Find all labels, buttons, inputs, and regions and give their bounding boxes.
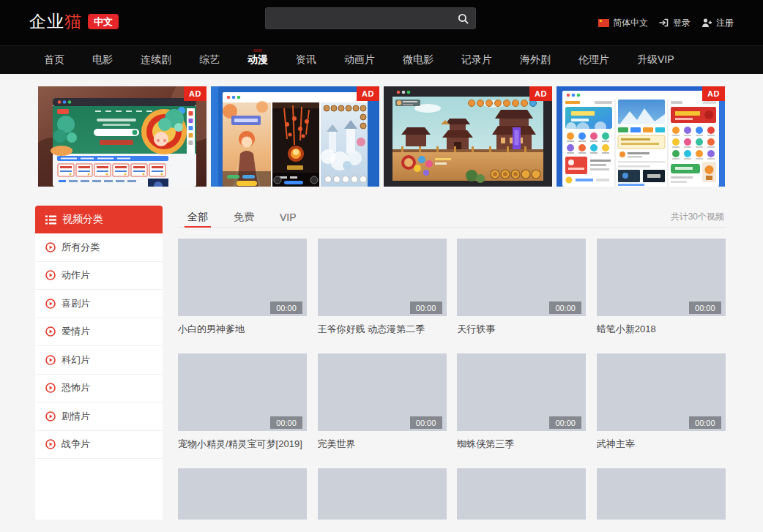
login-label: 登录 <box>673 17 691 29</box>
login-link[interactable]: 登录 <box>659 17 691 29</box>
top-header: 企业猫 中文 简体中文 登录 <box>0 0 763 45</box>
video-title[interactable]: 武神主宰 <box>597 438 726 451</box>
video-title[interactable]: 蜘蛛侠第三季 <box>457 438 586 451</box>
play-circle-icon <box>45 299 56 309</box>
video-list-section: 全部 免费 VIP 共计30个视频 00:00 小白的男神爹地 00:00 王爷… <box>178 207 726 520</box>
nav-item-variety[interactable]: 综艺 <box>199 46 220 74</box>
duration-badge: 00:00 <box>689 301 721 314</box>
video-thumbnail: 00:00 <box>178 353 307 431</box>
video-card[interactable]: 00:00 完美世界 <box>318 353 447 468</box>
sidebar-item-comedy[interactable]: 喜剧片 <box>35 290 163 318</box>
video-thumbnail <box>597 468 726 520</box>
user-links: 简体中文 登录 注册 <box>598 0 734 45</box>
video-thumbnail: 00:00 <box>318 239 447 316</box>
video-card[interactable]: 00:00 武神主宰 <box>597 353 726 468</box>
video-title[interactable]: 王爷你好贱 动态漫第二季 <box>318 323 447 336</box>
duration-badge: 00:00 <box>689 416 721 429</box>
language-switch[interactable]: 简体中文 <box>598 17 648 29</box>
sidebar-item-label: 喜剧片 <box>62 297 90 310</box>
sidebar-item-war[interactable]: 战争片 <box>35 431 163 460</box>
register-label: 注册 <box>716 17 734 29</box>
video-card[interactable]: 00:00 小白的男神爹地 <box>178 239 307 353</box>
sidebar-item-scifi[interactable]: 科幻片 <box>35 346 163 375</box>
sidebar-item-label: 战争片 <box>62 438 90 451</box>
tab-free[interactable]: 免费 <box>233 207 255 227</box>
video-title[interactable]: 蜡笔小新2018 <box>597 323 726 336</box>
search-input[interactable] <box>266 13 450 24</box>
duration-badge: 00:00 <box>270 301 302 314</box>
page-body: AD <box>0 74 763 532</box>
video-card[interactable]: 00:00 蜡笔小新2018 <box>597 239 726 353</box>
search-button[interactable] <box>450 8 475 29</box>
duration-badge: 00:00 <box>549 416 581 429</box>
video-title[interactable]: 天行轶事 <box>457 323 586 336</box>
nav-item-documentary[interactable]: 记录片 <box>461 46 492 74</box>
nav-item-home[interactable]: 首页 <box>44 46 64 74</box>
china-flag-icon <box>598 19 609 27</box>
nav-item-movies[interactable]: 电影 <box>92 46 113 74</box>
sidebar-title: 视频分类 <box>62 213 103 226</box>
sidebar-item-label: 爱情片 <box>62 325 90 338</box>
video-card[interactable] <box>178 468 307 520</box>
nav-item-microfilm[interactable]: 微电影 <box>403 46 433 74</box>
content-clip: 视频分类 所有分类 动作片 喜剧片 爱情片 科幻片 <box>0 74 763 520</box>
video-card[interactable] <box>597 468 726 520</box>
video-card[interactable]: 00:00 王爷你好贱 动态漫第二季 <box>318 239 447 353</box>
video-card[interactable] <box>457 468 586 520</box>
nav-item-news[interactable]: 资讯 <box>296 46 316 74</box>
magnifier-icon <box>458 13 469 24</box>
play-circle-icon <box>45 355 56 365</box>
nav-item-overseas[interactable]: 海外剧 <box>520 46 551 74</box>
duration-badge: 00:00 <box>549 301 581 314</box>
video-thumbnail: 00:00 <box>457 239 586 316</box>
category-sidebar: 视频分类 所有分类 动作片 喜剧片 爱情片 科幻片 <box>35 206 163 520</box>
nav-item-anime[interactable]: 动漫 <box>247 46 268 74</box>
video-thumbnail <box>457 468 586 520</box>
sidebar-item-all[interactable]: 所有分类 <box>35 233 163 262</box>
play-circle-icon <box>45 439 56 449</box>
video-thumbnail <box>318 468 447 520</box>
search-bar <box>265 7 476 29</box>
play-circle-icon <box>45 411 56 422</box>
site-logo[interactable]: 企业猫 中文 <box>29 10 119 33</box>
video-title[interactable]: 小白的男神爹地 <box>178 323 307 336</box>
play-circle-icon <box>45 326 56 337</box>
nav-item-series[interactable]: 连续剧 <box>141 46 171 74</box>
tab-vip[interactable]: VIP <box>279 207 297 227</box>
language-label: 简体中文 <box>613 17 648 29</box>
nav-item-vip-upgrade[interactable]: 升级VIP <box>637 46 674 74</box>
video-grid: 00:00 小白的男神爹地 00:00 王爷你好贱 动态漫第二季 00:00 天… <box>178 239 726 520</box>
nav-item-cartoon[interactable]: 动画片 <box>344 46 375 74</box>
sidebar-item-drama[interactable]: 剧情片 <box>35 402 163 431</box>
register-link[interactable]: 注册 <box>701 17 734 29</box>
video-card[interactable] <box>318 468 447 520</box>
video-title[interactable]: 宠物小精灵/精灵宝可梦[2019] <box>178 438 307 451</box>
play-circle-icon <box>45 242 56 252</box>
main-nav: 首页 电影 连续剧 综艺 动漫 资讯 动画片 微电影 记录片 海外剧 伦理片 升… <box>0 45 763 74</box>
video-thumbnail: 00:00 <box>597 239 726 316</box>
sidebar-item-horror[interactable]: 恐怖片 <box>35 375 163 403</box>
duration-badge: 00:00 <box>410 301 442 314</box>
sidebar-item-romance[interactable]: 爱情片 <box>35 318 163 347</box>
sidebar-item-label: 动作片 <box>62 269 90 282</box>
video-card[interactable]: 00:00 蜘蛛侠第三季 <box>457 353 586 468</box>
logo-text: 企业猫 <box>29 10 82 33</box>
logo-language-badge: 中文 <box>88 14 119 30</box>
video-thumbnail: 00:00 <box>318 353 447 431</box>
duration-badge: 00:00 <box>410 416 442 429</box>
video-card[interactable]: 00:00 宠物小精灵/精灵宝可梦[2019] <box>178 353 307 468</box>
video-thumbnail <box>178 468 307 520</box>
duration-badge: 00:00 <box>270 416 302 429</box>
video-card[interactable]: 00:00 天行轶事 <box>457 239 586 353</box>
video-title[interactable]: 完美世界 <box>318 438 447 451</box>
sidebar-item-action[interactable]: 动作片 <box>35 262 163 291</box>
list-icon <box>45 215 56 225</box>
tab-all[interactable]: 全部 <box>187 207 209 227</box>
video-count: 共计30个视频 <box>671 207 724 227</box>
nav-item-ethics[interactable]: 伦理片 <box>578 46 609 74</box>
play-circle-icon <box>45 270 56 280</box>
play-circle-icon <box>45 383 56 393</box>
video-thumbnail: 00:00 <box>597 353 726 431</box>
sidebar-item-label: 科幻片 <box>62 353 90 367</box>
sidebar-item-label: 所有分类 <box>62 241 100 254</box>
